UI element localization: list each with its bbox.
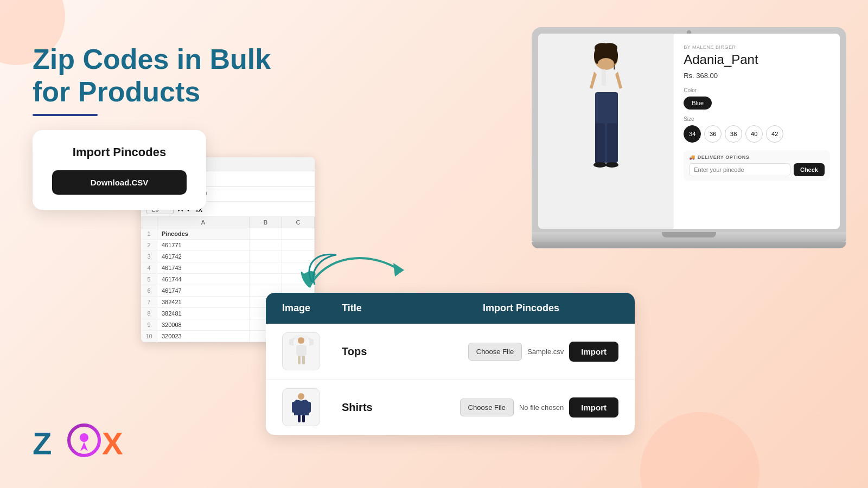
row-num: 4 — [141, 262, 157, 273]
row-num: 7 — [141, 297, 157, 307]
delivery-label: 🚚 DELIVERY OPTIONS — [689, 155, 825, 160]
svg-rect-10 — [308, 402, 311, 413]
import-pincodes-card: Import Pincodes Download.CSV — [33, 130, 206, 210]
row-num: 6 — [141, 285, 157, 296]
excel-cell-value: 461747 — [157, 285, 250, 296]
col-header-empty — [141, 217, 157, 228]
svg-text:Z: Z — [33, 426, 52, 461]
pincode-input[interactable] — [689, 163, 790, 176]
svg-rect-5 — [304, 345, 307, 355]
truck-icon: 🚚 — [689, 155, 695, 160]
table-row: Shirts Choose File No file chosen Import — [266, 380, 635, 435]
row-num: 2 — [141, 240, 157, 251]
delivery-input-row: Check — [689, 163, 825, 176]
import-button-tops[interactable]: Import — [569, 342, 618, 362]
products-import-table: Image Title Import Pincodes — [266, 293, 635, 435]
col-header-c: C — [282, 217, 315, 228]
col-header-import: Import Pincodes — [483, 303, 618, 314]
svg-point-2 — [298, 337, 304, 344]
row-num: 8 — [141, 308, 157, 319]
table-row: 3 461742 — [141, 251, 315, 262]
size-option-38[interactable]: 38 — [725, 125, 742, 143]
zox-logo: Z X — [33, 423, 130, 461]
svg-rect-14 — [602, 69, 606, 86]
color-option-blue[interactable]: Blue — [684, 97, 712, 110]
excel-cell-value: 461771 — [157, 240, 250, 251]
laptop-mockup: BY MALENE BIRGER Adania_Pant Rs. 368.00 … — [532, 27, 846, 248]
product-image-tops — [282, 332, 320, 370]
import-button-shirts[interactable]: Import — [569, 397, 618, 418]
size-label: Size — [684, 116, 830, 122]
file-name-tops: Sample.csv — [527, 348, 564, 356]
size-options: 34 36 38 40 42 — [684, 125, 830, 143]
laptop-notch — [662, 232, 716, 237]
table-row: Tops Choose File Sample.csv Import — [266, 324, 635, 380]
brand-label: BY MALENE BIRGER — [684, 44, 830, 50]
import-pincodes-title: Import Pincodes — [52, 145, 187, 159]
svg-rect-7 — [302, 356, 305, 364]
product-name: Adania_Pant — [684, 52, 830, 67]
size-option-42[interactable]: 42 — [766, 125, 783, 143]
flow-arrow — [293, 244, 418, 300]
product-image-shirts — [282, 388, 320, 426]
size-option-34[interactable]: 34 — [684, 125, 701, 143]
title-underline — [33, 114, 98, 116]
bg-decoration-bottom-right — [640, 412, 760, 488]
table-row: 1 Pincodes — [141, 228, 315, 240]
laptop-stand — [532, 242, 846, 248]
svg-rect-16 — [595, 123, 605, 164]
product-price: Rs. 368.00 — [684, 72, 830, 80]
check-button[interactable]: Check — [794, 163, 825, 176]
excel-cell-value: 320023 — [157, 331, 250, 342]
svg-point-22 — [80, 433, 88, 442]
svg-point-19 — [605, 162, 618, 168]
download-csv-button[interactable]: Download.CSV — [52, 170, 187, 195]
page-title: Zip Codes in Bulk for Products — [33, 43, 271, 108]
import-cell-shirts: Choose File No file chosen Import — [460, 397, 618, 418]
size-option-36[interactable]: 36 — [704, 125, 722, 143]
excel-cell-pincodes: Pincodes — [157, 228, 250, 239]
excel-cell-value: 320008 — [157, 319, 250, 330]
delivery-section: 🚚 DELIVERY OPTIONS Check — [684, 150, 830, 181]
laptop-body: BY MALENE BIRGER Adania_Pant Rs. 368.00 … — [532, 27, 846, 248]
product-details: BY MALENE BIRGER Adania_Pant Rs. 368.00 … — [674, 34, 840, 229]
page: Zip Codes in Bulk for Products Import Pi… — [0, 0, 868, 488]
col-header-title: Title — [342, 303, 477, 314]
col-header-image: Image — [282, 303, 336, 314]
choose-file-button-shirts[interactable]: Choose File — [460, 399, 514, 416]
excel-cell-value: 461744 — [157, 274, 250, 285]
table-row: 5 461744 — [141, 274, 315, 285]
product-title-tops: Tops — [342, 345, 463, 358]
row-num: 5 — [141, 274, 157, 285]
import-cell-tops: Choose File Sample.csv Import — [468, 342, 618, 362]
excel-cell-value: 382421 — [157, 297, 250, 307]
svg-rect-4 — [296, 345, 299, 355]
laptop-base — [532, 232, 846, 242]
row-num: 3 — [141, 251, 157, 262]
product-display-image — [538, 34, 674, 229]
svg-rect-6 — [298, 356, 301, 364]
color-label: Color — [684, 87, 830, 93]
table-row: 4 461743 — [141, 262, 315, 274]
col-header-b: B — [250, 217, 282, 228]
laptop-screen-frame: BY MALENE BIRGER Adania_Pant Rs. 368.00 … — [532, 27, 846, 232]
col-header-a: A — [157, 217, 250, 228]
laptop-screen: BY MALENE BIRGER Adania_Pant Rs. 368.00 … — [538, 34, 840, 229]
excel-column-headers: A B C — [141, 217, 315, 228]
size-option-40[interactable]: 40 — [745, 125, 763, 143]
svg-rect-11 — [298, 415, 301, 422]
products-table-container: Image Title Import Pincodes — [266, 293, 635, 435]
file-name-shirts: No file chosen — [519, 403, 564, 412]
row-num: 9 — [141, 319, 157, 330]
svg-rect-12 — [302, 415, 305, 422]
excel-cell-value: 461743 — [157, 262, 250, 273]
svg-rect-9 — [292, 402, 295, 413]
row-num: 1 — [141, 228, 157, 239]
color-options: Blue — [684, 97, 830, 110]
svg-point-8 — [298, 393, 304, 400]
svg-text:X: X — [102, 426, 123, 461]
row-num: 10 — [141, 331, 157, 342]
choose-file-button-tops[interactable]: Choose File — [468, 343, 522, 361]
svg-point-18 — [593, 162, 607, 168]
table-row: 2 461771 — [141, 240, 315, 251]
